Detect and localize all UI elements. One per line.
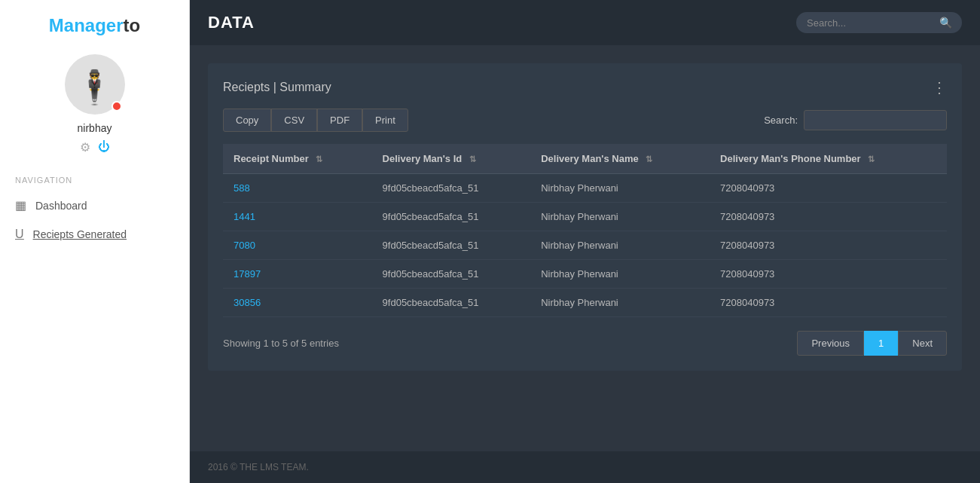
card-header: Reciepts | Summary ⋮ [223,78,947,96]
delivery-name-cell: Nirbhay Pherwani [530,203,710,231]
sort-icon-delivery-phone: ⇅ [868,154,875,164]
receipt-number-cell[interactable]: 1441 [223,203,372,231]
delivery-phone-cell: 7208040973 [710,174,947,203]
delivery-id-cell: 9fd05cbeacd5afca_51 [372,203,531,231]
copy-button[interactable]: Copy [223,109,271,132]
delivery-id-cell: 9fd05cbeacd5afca_51 [372,231,531,260]
footer-text: 2016 © THE LMS TEAM. [208,462,309,472]
content-area: Reciepts | Summary ⋮ Copy CSV PDF Print … [190,45,980,451]
table-row: 17897 9fd05cbeacd5afca_51 Nirbhay Pherwa… [223,260,947,289]
sort-icon-delivery-name: ⇅ [646,154,652,164]
data-card: Reciepts | Summary ⋮ Copy CSV PDF Print … [208,63,962,371]
avatar-status-badge [111,101,122,112]
sidebar-item-dashboard[interactable]: ▦ Dashboard [0,191,189,220]
col-delivery-phone[interactable]: Delivery Man's Phone Number ⇅ [710,144,947,174]
next-button[interactable]: Next [898,331,947,356]
table-search-wrap: Search: [764,110,947,130]
receipt-number-cell[interactable]: 17897 [223,260,372,289]
logo-text-blue: Manager [49,15,124,35]
receipts-icon: U [15,228,24,241]
nav-label: Navigation [0,170,189,191]
pagination-row: Showing 1 to 5 of 5 entries Previous 1 N… [223,331,947,356]
header-search-icon: 🔍 [939,17,952,29]
sort-icon-receipt: ⇅ [316,154,322,164]
delivery-phone-cell: 7208040973 [710,203,947,231]
header-search-wrap: 🔍 [796,12,962,33]
data-table: Receipt Number ⇅ Delivery Man's Id ⇅ Del… [223,144,947,317]
delivery-name-cell: Nirbhay Pherwani [530,174,710,203]
export-buttons: Copy CSV PDF Print [223,109,408,132]
delivery-phone-cell: 7208040973 [710,289,947,317]
col-receipt-number[interactable]: Receipt Number ⇅ [223,144,372,174]
footer: 2016 © THE LMS TEAM. [190,451,980,483]
settings-icon[interactable]: ⚙ [80,140,90,154]
page-title: DATA [208,13,255,32]
delivery-id-cell: 9fd05cbeacd5afca_51 [372,260,531,289]
main-content: DATA 🔍 Reciepts | Summary ⋮ Copy CSV [190,0,980,483]
delivery-phone-cell: 7208040973 [710,260,947,289]
avatar-person-icon: 🕴 [74,71,115,104]
receipt-number-cell[interactable]: 30856 [223,289,372,317]
delivery-id-cell: 9fd05cbeacd5afca_51 [372,289,531,317]
card-title: Reciepts | Summary [223,81,331,94]
pdf-button[interactable]: PDF [317,109,362,132]
delivery-phone-cell: 7208040973 [710,231,947,260]
dashboard-icon: ▦ [15,198,26,212]
table-row: 7080 9fd05cbeacd5afca_51 Nirbhay Pherwan… [223,231,947,260]
app-logo: Managerto [49,15,140,36]
delivery-name-cell: Nirbhay Pherwani [530,260,710,289]
avatar: 🕴 [65,54,125,115]
logo-text-dark: to [124,15,141,35]
showing-text: Showing 1 to 5 of 5 entries [223,338,339,349]
user-actions: ⚙ ⏻ [80,140,110,154]
receipt-number-cell[interactable]: 588 [223,174,372,203]
delivery-name-cell: Nirbhay Pherwani [530,231,710,260]
col-delivery-id[interactable]: Delivery Man's Id ⇅ [372,144,531,174]
more-options-icon[interactable]: ⋮ [932,78,947,96]
sidebar: Managerto 🕴 nirbhay ⚙ ⏻ Navigation ▦ Das… [0,0,190,483]
print-button[interactable]: Print [362,109,408,132]
table-header-row: Receipt Number ⇅ Delivery Man's Id ⇅ Del… [223,144,947,174]
table-search-input[interactable] [804,110,947,130]
header-search-input[interactable] [807,17,933,29]
username-label: nirbhay [78,122,112,134]
delivery-id-cell: 9fd05cbeacd5afca_51 [372,174,531,203]
top-bar: DATA 🔍 [190,0,980,45]
receipt-number-cell[interactable]: 7080 [223,231,372,260]
sidebar-item-dashboard-label: Dashboard [35,200,87,212]
table-row: 1441 9fd05cbeacd5afca_51 Nirbhay Pherwan… [223,203,947,231]
sidebar-item-receipts[interactable]: U Reciepts Generated [0,220,189,249]
pagination-buttons: Previous 1 Next [797,331,947,356]
page-1-button[interactable]: 1 [864,331,898,356]
table-search-label: Search: [764,115,798,126]
toolbar-row: Copy CSV PDF Print Search: [223,109,947,132]
col-delivery-name[interactable]: Delivery Man's Name ⇅ [530,144,710,174]
table-row: 588 9fd05cbeacd5afca_51 Nirbhay Pherwani… [223,174,947,203]
table-row: 30856 9fd05cbeacd5afca_51 Nirbhay Pherwa… [223,289,947,317]
power-icon[interactable]: ⏻ [98,140,110,154]
sort-icon-delivery-id: ⇅ [469,154,476,164]
previous-button[interactable]: Previous [797,331,864,356]
table-body: 588 9fd05cbeacd5afca_51 Nirbhay Pherwani… [223,174,947,317]
csv-button[interactable]: CSV [271,109,317,132]
delivery-name-cell: Nirbhay Pherwani [530,289,710,317]
sidebar-item-receipts-label: Reciepts Generated [33,228,127,240]
